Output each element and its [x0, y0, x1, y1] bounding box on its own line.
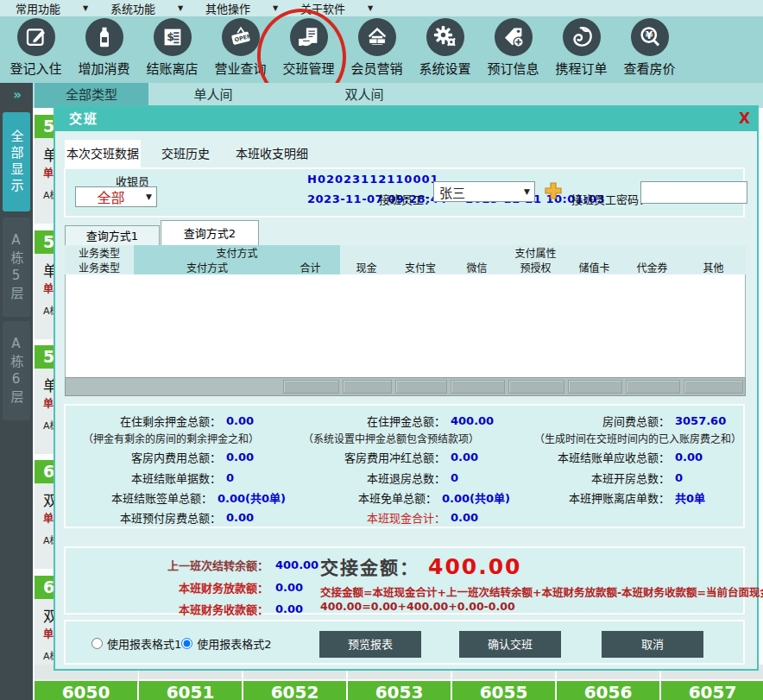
- stat-label-cash-total: 本班现金合计：: [286, 509, 445, 526]
- toolbar-button-shift-management[interactable]: 交班管理: [274, 16, 343, 83]
- room-status-text: 单: [43, 395, 54, 410]
- handover-icon: [290, 18, 328, 56]
- table-body-empty: [65, 274, 746, 377]
- stat-label: 本班预付房费总额：: [66, 509, 221, 526]
- room-card[interactable]: 6056: [557, 681, 659, 700]
- room-type-tab-all[interactable]: 全部类型: [35, 83, 148, 108]
- toolbar-button-view-room-rates[interactable]: ¥ 查看房价: [615, 16, 684, 83]
- column-header: [340, 245, 506, 260]
- toolbar-label: 增加消费: [78, 59, 129, 77]
- toolbar-button-business-query[interactable]: OPEN 营业查询: [206, 16, 274, 83]
- toolbar-button-booking-info[interactable]: 预订信息: [479, 16, 547, 83]
- svg-text:¥: ¥: [645, 28, 653, 41]
- sidebar: » 全部显示 A栋5层 A栋6层: [0, 83, 33, 700]
- handover-amount-panel: 上一班次结转余额：400.00 本班财务放款额：0.00 本班财务收款额：0.0…: [64, 546, 745, 615]
- dialog-footer-panel: 使用报表格式1 使用报表格式2 预览报表 确认交班 取消: [64, 620, 745, 665]
- tag-plus-icon: [495, 18, 533, 56]
- successor-label: 接班员工：: [379, 191, 435, 207]
- sidebar-tab-label: 全部显示: [8, 129, 26, 195]
- toolbar-label: 会员营销: [350, 59, 402, 77]
- stat-value: 0.00: [451, 451, 478, 464]
- preview-report-button[interactable]: 预览报表: [319, 631, 421, 658]
- toolbar-button-system-settings[interactable]: 系统设置: [411, 16, 479, 83]
- room-card[interactable]: 6057: [661, 681, 763, 700]
- stat-label: 本班退房总数：: [286, 470, 445, 486]
- room-card[interactable]: 6050: [35, 681, 137, 700]
- carryover-label: 上一班次结转余额：: [66, 557, 268, 573]
- add-employee-icon[interactable]: [544, 181, 563, 200]
- bill-icon: $: [154, 18, 192, 56]
- handover-amount-label: 交接金额：: [320, 553, 419, 579]
- column-header: 代金券: [623, 260, 681, 274]
- house-card-icon: [358, 18, 396, 56]
- sidebar-expand-button[interactable]: »: [0, 83, 33, 103]
- sidebar-tab-show-all[interactable]: 全部显示: [3, 112, 30, 211]
- menu-bar: 常用功能 ▼ 系统功能 ▼ 其他操作 ▼ 关于软件 ▼: [0, 0, 763, 16]
- toolbar-label: 结账离店: [146, 59, 198, 77]
- room-card[interactable]: 6053: [348, 681, 451, 700]
- toolbar-button-ctrip-orders[interactable]: 携程订单: [547, 16, 615, 83]
- report-format-2-radio[interactable]: [181, 638, 192, 649]
- sidebar-tab-building-a-floor5[interactable]: A栋5层: [3, 218, 30, 317]
- chevron-down-icon: ▼: [524, 187, 530, 196]
- column-header: 支付方式: [134, 245, 340, 260]
- room-type-tab-double[interactable]: 双人间: [307, 83, 421, 108]
- menu-other-operations[interactable]: 其他操作 ▼: [205, 0, 285, 16]
- price-search-icon: ¥: [631, 18, 669, 56]
- stat-label: 本班结账签单总额：: [66, 489, 212, 506]
- receipt-value: 0.00: [275, 602, 303, 615]
- cancel-button[interactable]: 取消: [602, 631, 703, 658]
- room-card[interactable]: 6051: [139, 681, 242, 700]
- toolbar-button-add-consumption[interactable]: 增加消费: [70, 16, 138, 83]
- toolbar-label: 查看房价: [623, 59, 675, 77]
- stat-label: 在住押金总额：: [286, 413, 445, 429]
- stat-value: 0.00(共0单): [442, 489, 510, 506]
- confirm-handover-button[interactable]: 确认交班: [459, 631, 561, 658]
- summary-cell: [508, 380, 564, 394]
- cashier-select[interactable]: 全部 ▼: [75, 186, 157, 207]
- chevron-down-icon: ▼: [368, 4, 373, 12]
- room-type-tab-single[interactable]: 单人间: [156, 83, 270, 108]
- open-sign-icon: OPEN: [222, 18, 260, 56]
- carryover-value: 400.00: [275, 558, 318, 571]
- query-mode-tab-1[interactable]: 查询方式1: [65, 225, 160, 246]
- tab-shift-history[interactable]: 交班历史: [157, 140, 214, 167]
- menu-label: 系统功能: [110, 0, 155, 16]
- chevron-down-icon: ▼: [273, 4, 278, 12]
- stat-note: （系统设置中押金总额包含预结款项）: [286, 431, 510, 445]
- menu-system-functions[interactable]: 系统功能 ▼: [110, 0, 190, 16]
- column-header: 支付属性: [506, 245, 565, 260]
- stat-label: 在住剩余押金总额：: [66, 413, 221, 429]
- table-header-row: 业务类型 支付方式 合计 现金 支付宝 微信 预授权 储值卡 代金券 其他: [65, 260, 746, 274]
- sidebar-tab-building-a-floor6[interactable]: A栋6层: [3, 321, 30, 420]
- column-header: 现金: [340, 260, 393, 274]
- stat-label: 客房内费用总额：: [66, 449, 221, 465]
- tab-shift-income-detail[interactable]: 本班收支明细: [224, 140, 319, 167]
- close-icon[interactable]: X: [739, 110, 750, 127]
- handover-formula: 交接金额=本班现金合计+上一班次结转余额+本班财务放款额-本班财务收款额=当前台…: [320, 583, 763, 600]
- stat-value: 共0单: [675, 489, 705, 506]
- toolbar-button-checkin[interactable]: 登记入住: [2, 16, 70, 83]
- menu-about-software[interactable]: 关于软件 ▼: [300, 0, 380, 16]
- toolbar-button-checkout[interactable]: $ 结账离店: [138, 16, 206, 83]
- menu-common-functions[interactable]: 常用功能 ▼: [16, 0, 95, 16]
- stat-value: 0.00: [226, 414, 254, 427]
- toolbar-button-member-marketing[interactable]: 会员营销: [343, 16, 411, 83]
- app-window: 常用功能 ▼ 系统功能 ▼ 其他操作 ▼ 关于软件 ▼ 登记入住 增加消费: [0, 0, 763, 700]
- toolbar-label: 登记入住: [9, 59, 61, 77]
- query-mode-tab-2[interactable]: 查询方式2: [161, 220, 259, 246]
- room-card[interactable]: 6052: [243, 681, 346, 700]
- successor-select[interactable]: 张三 ▼: [433, 181, 535, 202]
- menu-label: 关于软件: [300, 0, 345, 16]
- column-header: 储值卡: [565, 260, 623, 274]
- gear-icon: [426, 18, 464, 56]
- room-card[interactable]: 6055: [452, 681, 555, 700]
- report-format-1-radio[interactable]: [91, 638, 103, 649]
- dialog-title: 交班: [55, 107, 757, 131]
- stat-value: 3057.60: [675, 414, 726, 427]
- summary-cell: [684, 380, 743, 394]
- successor-password-input[interactable]: [640, 181, 747, 204]
- tab-current-shift-data[interactable]: 本次交班数据: [65, 140, 141, 167]
- register-icon: [17, 18, 55, 56]
- svg-text:$: $: [167, 30, 174, 43]
